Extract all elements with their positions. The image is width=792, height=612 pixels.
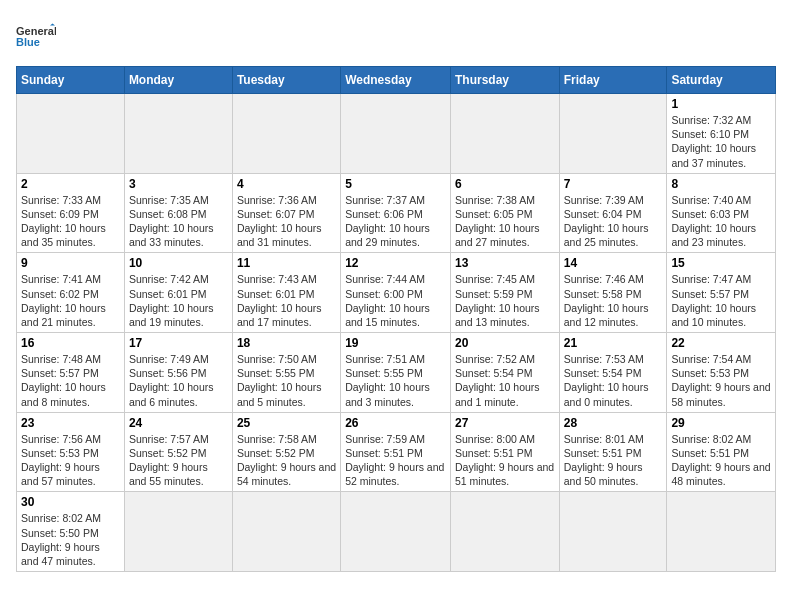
weekday-header-row: SundayMondayTuesdayWednesdayThursdayFrid… [17,67,776,94]
calendar-cell: 3Sunrise: 7:35 AM Sunset: 6:08 PM Daylig… [124,173,232,253]
weekday-header-friday: Friday [559,67,667,94]
weekday-header-saturday: Saturday [667,67,776,94]
day-number: 4 [237,177,336,191]
day-number: 23 [21,416,120,430]
day-number: 30 [21,495,120,509]
day-info: Sunrise: 7:38 AM Sunset: 6:05 PM Dayligh… [455,193,555,250]
day-number: 24 [129,416,228,430]
day-info: Sunrise: 7:33 AM Sunset: 6:09 PM Dayligh… [21,193,120,250]
calendar-cell [341,492,451,572]
day-info: Sunrise: 7:47 AM Sunset: 5:57 PM Dayligh… [671,272,771,329]
calendar-cell: 11Sunrise: 7:43 AM Sunset: 6:01 PM Dayli… [232,253,340,333]
week-row-6: 30Sunrise: 8:02 AM Sunset: 5:50 PM Dayli… [17,492,776,572]
calendar-cell [232,492,340,572]
day-info: Sunrise: 7:41 AM Sunset: 6:02 PM Dayligh… [21,272,120,329]
calendar-cell: 12Sunrise: 7:44 AM Sunset: 6:00 PM Dayli… [341,253,451,333]
calendar-cell: 10Sunrise: 7:42 AM Sunset: 6:01 PM Dayli… [124,253,232,333]
day-info: Sunrise: 8:01 AM Sunset: 5:51 PM Dayligh… [564,432,663,489]
day-info: Sunrise: 7:50 AM Sunset: 5:55 PM Dayligh… [237,352,336,409]
day-number: 5 [345,177,446,191]
weekday-header-tuesday: Tuesday [232,67,340,94]
day-info: Sunrise: 8:00 AM Sunset: 5:51 PM Dayligh… [455,432,555,489]
day-number: 29 [671,416,771,430]
week-row-2: 2Sunrise: 7:33 AM Sunset: 6:09 PM Daylig… [17,173,776,253]
calendar-cell [17,94,125,174]
calendar-cell: 27Sunrise: 8:00 AM Sunset: 5:51 PM Dayli… [450,412,559,492]
day-info: Sunrise: 8:02 AM Sunset: 5:50 PM Dayligh… [21,511,120,568]
day-info: Sunrise: 7:54 AM Sunset: 5:53 PM Dayligh… [671,352,771,409]
calendar-cell: 8Sunrise: 7:40 AM Sunset: 6:03 PM Daylig… [667,173,776,253]
calendar-cell [341,94,451,174]
calendar-cell: 30Sunrise: 8:02 AM Sunset: 5:50 PM Dayli… [17,492,125,572]
day-info: Sunrise: 7:35 AM Sunset: 6:08 PM Dayligh… [129,193,228,250]
day-info: Sunrise: 7:49 AM Sunset: 5:56 PM Dayligh… [129,352,228,409]
calendar-cell [667,492,776,572]
day-number: 22 [671,336,771,350]
logo: General Blue [16,16,56,56]
calendar-cell [450,492,559,572]
calendar-cell: 18Sunrise: 7:50 AM Sunset: 5:55 PM Dayli… [232,333,340,413]
day-info: Sunrise: 7:51 AM Sunset: 5:55 PM Dayligh… [345,352,446,409]
day-number: 13 [455,256,555,270]
day-number: 9 [21,256,120,270]
calendar-cell: 5Sunrise: 7:37 AM Sunset: 6:06 PM Daylig… [341,173,451,253]
day-number: 8 [671,177,771,191]
day-info: Sunrise: 7:46 AM Sunset: 5:58 PM Dayligh… [564,272,663,329]
day-info: Sunrise: 7:44 AM Sunset: 6:00 PM Dayligh… [345,272,446,329]
calendar-cell: 15Sunrise: 7:47 AM Sunset: 5:57 PM Dayli… [667,253,776,333]
calendar-cell: 13Sunrise: 7:45 AM Sunset: 5:59 PM Dayli… [450,253,559,333]
calendar-cell: 29Sunrise: 8:02 AM Sunset: 5:51 PM Dayli… [667,412,776,492]
day-info: Sunrise: 7:36 AM Sunset: 6:07 PM Dayligh… [237,193,336,250]
svg-text:Blue: Blue [16,36,40,48]
week-row-5: 23Sunrise: 7:56 AM Sunset: 5:53 PM Dayli… [17,412,776,492]
day-number: 17 [129,336,228,350]
day-number: 11 [237,256,336,270]
calendar-cell [450,94,559,174]
day-info: Sunrise: 7:37 AM Sunset: 6:06 PM Dayligh… [345,193,446,250]
calendar-cell: 14Sunrise: 7:46 AM Sunset: 5:58 PM Dayli… [559,253,667,333]
calendar-cell: 2Sunrise: 7:33 AM Sunset: 6:09 PM Daylig… [17,173,125,253]
day-info: Sunrise: 7:39 AM Sunset: 6:04 PM Dayligh… [564,193,663,250]
day-number: 15 [671,256,771,270]
day-info: Sunrise: 7:52 AM Sunset: 5:54 PM Dayligh… [455,352,555,409]
calendar-cell: 9Sunrise: 7:41 AM Sunset: 6:02 PM Daylig… [17,253,125,333]
day-number: 6 [455,177,555,191]
week-row-4: 16Sunrise: 7:48 AM Sunset: 5:57 PM Dayli… [17,333,776,413]
day-number: 21 [564,336,663,350]
calendar-cell: 21Sunrise: 7:53 AM Sunset: 5:54 PM Dayli… [559,333,667,413]
day-info: Sunrise: 7:45 AM Sunset: 5:59 PM Dayligh… [455,272,555,329]
day-info: Sunrise: 8:02 AM Sunset: 5:51 PM Dayligh… [671,432,771,489]
weekday-header-monday: Monday [124,67,232,94]
day-info: Sunrise: 7:53 AM Sunset: 5:54 PM Dayligh… [564,352,663,409]
page-header: General Blue [16,16,776,56]
calendar-cell: 26Sunrise: 7:59 AM Sunset: 5:51 PM Dayli… [341,412,451,492]
weekday-header-sunday: Sunday [17,67,125,94]
day-number: 14 [564,256,663,270]
weekday-header-wednesday: Wednesday [341,67,451,94]
calendar-cell: 1Sunrise: 7:32 AM Sunset: 6:10 PM Daylig… [667,94,776,174]
day-number: 3 [129,177,228,191]
day-number: 26 [345,416,446,430]
calendar-cell: 20Sunrise: 7:52 AM Sunset: 5:54 PM Dayli… [450,333,559,413]
calendar-cell [124,492,232,572]
day-info: Sunrise: 7:58 AM Sunset: 5:52 PM Dayligh… [237,432,336,489]
calendar-cell: 4Sunrise: 7:36 AM Sunset: 6:07 PM Daylig… [232,173,340,253]
calendar-cell: 17Sunrise: 7:49 AM Sunset: 5:56 PM Dayli… [124,333,232,413]
calendar-cell: 24Sunrise: 7:57 AM Sunset: 5:52 PM Dayli… [124,412,232,492]
day-number: 18 [237,336,336,350]
day-info: Sunrise: 7:57 AM Sunset: 5:52 PM Dayligh… [129,432,228,489]
day-number: 27 [455,416,555,430]
calendar-cell: 23Sunrise: 7:56 AM Sunset: 5:53 PM Dayli… [17,412,125,492]
weekday-header-thursday: Thursday [450,67,559,94]
calendar-cell: 22Sunrise: 7:54 AM Sunset: 5:53 PM Dayli… [667,333,776,413]
day-number: 25 [237,416,336,430]
calendar-cell [559,492,667,572]
day-info: Sunrise: 7:32 AM Sunset: 6:10 PM Dayligh… [671,113,771,170]
calendar-cell: 28Sunrise: 8:01 AM Sunset: 5:51 PM Dayli… [559,412,667,492]
svg-text:General: General [16,25,56,37]
calendar-table: SundayMondayTuesdayWednesdayThursdayFrid… [16,66,776,572]
calendar-cell: 19Sunrise: 7:51 AM Sunset: 5:55 PM Dayli… [341,333,451,413]
day-number: 20 [455,336,555,350]
week-row-3: 9Sunrise: 7:41 AM Sunset: 6:02 PM Daylig… [17,253,776,333]
day-info: Sunrise: 7:43 AM Sunset: 6:01 PM Dayligh… [237,272,336,329]
